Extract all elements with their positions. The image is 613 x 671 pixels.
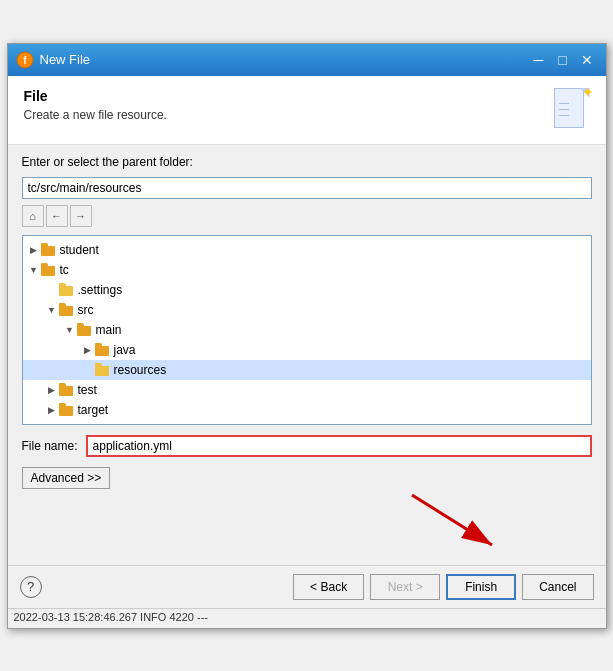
tree-item-tc[interactable]: ▼ tc [23, 260, 591, 280]
folder-icon-src [59, 303, 75, 317]
dialog-header-text: File Create a new file resource. [24, 88, 167, 122]
parent-folder-input[interactable]: tc/src/main/resources [22, 177, 592, 199]
tree-item-src[interactable]: ▼ src [23, 300, 591, 320]
footer-right: < Back Next > Finish Cancel [293, 574, 593, 600]
tree-item-settings[interactable]: ▶ .settings [23, 280, 591, 300]
folder-icon-target [59, 403, 75, 417]
folder-icon-settings [59, 283, 75, 297]
arrow-area [22, 495, 592, 555]
chevron-icon: ▶ [27, 243, 41, 257]
tree-label-main: main [96, 323, 122, 337]
advanced-button[interactable]: Advanced >> [22, 467, 111, 489]
svg-line-3 [412, 495, 492, 545]
nav-forward-button[interactable]: → [70, 205, 92, 227]
red-arrow [392, 485, 512, 555]
dialog-footer: ? < Back Next > Finish Cancel [8, 565, 606, 608]
chevron-icon-src: ▼ [45, 303, 59, 317]
maximize-button[interactable]: □ [552, 49, 574, 71]
folder-icon-resources [95, 363, 111, 377]
chevron-icon-java: ▶ [81, 343, 95, 357]
chevron-icon-test: ▶ [45, 383, 59, 397]
filename-input[interactable] [86, 435, 592, 457]
filename-label: File name: [22, 439, 78, 453]
nav-bar: ⌂ ← → [22, 205, 592, 227]
nav-home-button[interactable]: ⌂ [22, 205, 44, 227]
chevron-icon-tc: ▼ [27, 263, 41, 277]
tree-label-target: target [78, 403, 109, 417]
file-large-icon: ✦ [554, 88, 590, 132]
title-bar: f New File ─ □ ✕ [8, 44, 606, 76]
chevron-icon-main: ▼ [63, 323, 77, 337]
close-button[interactable]: ✕ [576, 49, 598, 71]
help-button[interactable]: ? [20, 576, 42, 598]
tree-item-student[interactable]: ▶ student [23, 240, 591, 260]
dialog-title: File [24, 88, 167, 104]
cancel-button[interactable]: Cancel [522, 574, 593, 600]
dialog-subtitle: Create a new file resource. [24, 108, 167, 122]
folder-icon-java [95, 343, 111, 357]
tree-label-test: test [78, 383, 97, 397]
folder-icon-student [41, 243, 57, 257]
tree-label-java: java [114, 343, 136, 357]
parent-folder-label: Enter or select the parent folder: [22, 155, 592, 169]
folder-icon-tc [41, 263, 57, 277]
window-title: New File [40, 52, 522, 67]
window-icon: f [16, 51, 34, 69]
tree-container: ▶ student ▼ tc ▶ .settings ▼ src [22, 235, 592, 425]
next-button[interactable]: Next > [370, 574, 440, 600]
tree-item-test[interactable]: ▶ test [23, 380, 591, 400]
nav-back-button[interactable]: ← [46, 205, 68, 227]
tree-label-student: student [60, 243, 99, 257]
tree-item-resources[interactable]: ▶ resources [23, 360, 591, 380]
tree-item-main[interactable]: ▼ main [23, 320, 591, 340]
tree-label-settings: .settings [78, 283, 123, 297]
title-bar-controls: ─ □ ✕ [528, 49, 598, 71]
dialog-header: File Create a new file resource. ✦ [8, 76, 606, 145]
status-bar: 2022-03-13 15:28:46.267 INFO 4220 --- [8, 608, 606, 628]
folder-icon-main [77, 323, 93, 337]
tree-item-target[interactable]: ▶ target [23, 400, 591, 420]
status-text: 2022-03-13 15:28:46.267 INFO 4220 --- [14, 611, 208, 623]
chevron-icon-target: ▶ [45, 403, 59, 417]
folder-icon-test [59, 383, 75, 397]
dialog-body: Enter or select the parent folder: tc/sr… [8, 145, 606, 565]
tree-label-src: src [78, 303, 94, 317]
tree-label-resources: resources [114, 363, 167, 377]
back-button[interactable]: < Back [293, 574, 364, 600]
minimize-button[interactable]: ─ [528, 49, 550, 71]
tree-label-tc: tc [60, 263, 69, 277]
dialog-window: f New File ─ □ ✕ File Create a new file … [7, 43, 607, 629]
footer-left: ? [20, 576, 42, 598]
filename-row: File name: [22, 435, 592, 457]
finish-button[interactable]: Finish [446, 574, 516, 600]
tree-item-java[interactable]: ▶ java [23, 340, 591, 360]
